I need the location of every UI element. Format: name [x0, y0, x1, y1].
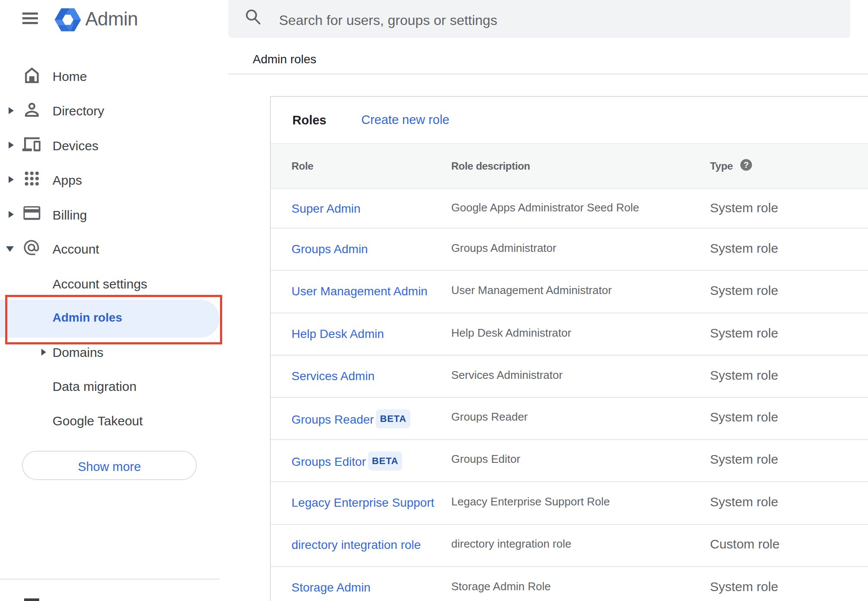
svg-text:?: ?: [744, 160, 749, 170]
